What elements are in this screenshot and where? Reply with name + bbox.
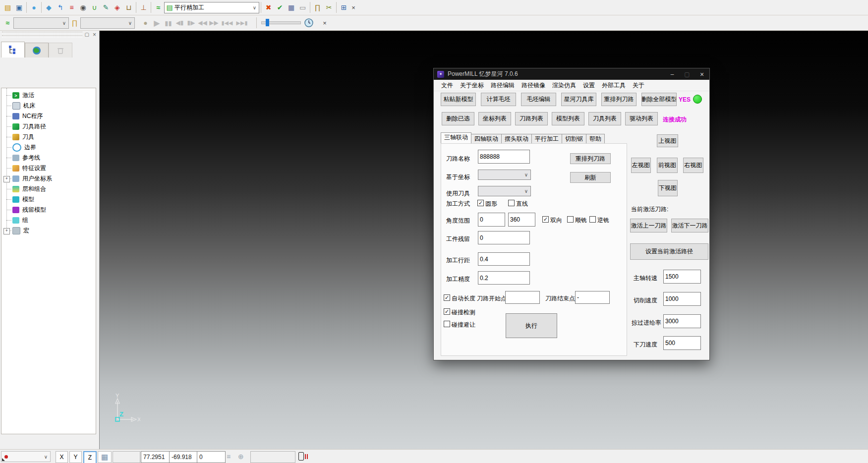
rewind-icon[interactable]: ◀◀ (197, 17, 208, 29)
tool-holder-icon[interactable]: ⊔ (123, 1, 134, 13)
slider-handle[interactable] (266, 19, 269, 26)
paste-new-model-button[interactable]: 粘贴新模型 (441, 93, 476, 106)
axis-y-button[interactable]: Y (69, 451, 82, 463)
cutting-speed-input[interactable] (663, 292, 701, 306)
tolerance-input[interactable] (478, 271, 530, 285)
expand-icon[interactable]: + (3, 176, 10, 182)
expand-icon[interactable]: + (3, 228, 10, 234)
verify-tool-icon[interactable]: ✔ (274, 1, 286, 13)
tab-4axis[interactable]: 四轴联动 (471, 134, 502, 143)
tab-help[interactable]: 帮助 (586, 134, 605, 143)
minimize-button[interactable]: – (665, 68, 680, 80)
stepover-input[interactable] (478, 252, 530, 266)
tree-item-stock-models[interactable]: 残留模型 (1, 205, 96, 215)
refresh-button[interactable]: 刷新 (570, 172, 611, 183)
strategy-dropdown[interactable]: ▤ 平行精加工 ∨ (164, 2, 259, 13)
execute-button[interactable]: 执行 (506, 313, 557, 338)
tool-pair-icon[interactable]: ∏ (312, 1, 323, 13)
view-left-button[interactable]: 左视图 (631, 158, 651, 173)
maximize-button[interactable]: ▢ (680, 68, 694, 80)
rearrange-button[interactable]: 重排列刀路 (570, 153, 611, 164)
tab-world-view[interactable] (25, 43, 49, 58)
play-icon[interactable]: ▶ (151, 17, 163, 29)
coord-list-button[interactable]: 坐标列表 (478, 112, 511, 125)
dialog-titlebar[interactable]: ✦ PowerMILL 忆梦星河 7.0.6 – ▢ × (434, 68, 709, 80)
menu-path-mirror[interactable]: 路径镜像 (518, 81, 549, 90)
model-list-button[interactable]: 模型列表 (552, 112, 584, 125)
tree-item-groups[interactable]: 组 (1, 215, 96, 226)
close-button[interactable]: × (694, 68, 709, 80)
ball-tool-icon[interactable]: ◉ (77, 1, 89, 13)
end-point-input[interactable] (575, 291, 610, 304)
menu-external-tools[interactable]: 外部工具 (598, 81, 629, 90)
skim-rate-input[interactable] (663, 314, 701, 328)
coord-z-input[interactable]: 0 (197, 451, 226, 463)
sim-toolbar-close-icon[interactable]: × (321, 19, 329, 27)
base-coord-select[interactable]: ∨ (478, 170, 531, 180)
drive-list-button[interactable]: 驱动列表 (625, 112, 658, 125)
transform-icon[interactable]: ✂ (323, 1, 335, 13)
menu-coords[interactable]: 关于坐标 (457, 81, 487, 90)
fast-forward-icon[interactable]: ▶▶ (208, 17, 220, 29)
tab-explorer-tree[interactable] (1, 42, 25, 58)
toolpath-list-icon[interactable]: ≡ (66, 1, 77, 13)
tab-swivel-head[interactable]: 摆头联动 (501, 134, 532, 143)
tree-item-levels[interactable]: 层和组合 (1, 184, 96, 194)
delete-selected-button[interactable]: 删除已选 (442, 112, 474, 125)
angle-from-input[interactable] (478, 213, 505, 227)
tree-item-machine[interactable]: 机床 (1, 101, 96, 111)
go-start-icon[interactable]: ▮◀◀ (220, 17, 234, 29)
go-end-icon[interactable]: ▶▶▮ (234, 17, 249, 29)
tool-library-button[interactable]: 星河刀具库 (561, 93, 596, 106)
plunge-rate-input[interactable] (663, 336, 701, 350)
toolpath-list-button[interactable]: 刀路列表 (515, 112, 548, 125)
view-front-button[interactable]: 前视图 (657, 158, 678, 173)
measure-input[interactable] (250, 451, 295, 463)
open-file-icon[interactable]: ▤ (2, 1, 13, 13)
tree-item-models[interactable]: 模型 (1, 194, 96, 205)
axis-x-button[interactable]: X (56, 451, 68, 463)
grid-toggle-button[interactable]: ▦ (98, 451, 112, 463)
make-block-icon[interactable]: ◆ (43, 1, 55, 13)
view-bottom-button[interactable]: 下视图 (658, 180, 678, 196)
sim-tool-dropdown[interactable]: ∨ (80, 17, 135, 29)
menu-file[interactable]: 文件 (438, 81, 457, 90)
pause-icon[interactable]: ▮▮ (163, 17, 174, 29)
tab-parallel[interactable]: 平行加工 (531, 134, 562, 143)
probe-icon[interactable]: ⊕ (238, 453, 244, 461)
circular-checkbox[interactable] (477, 200, 484, 206)
menu-render-sim[interactable]: 渲染仿真 (549, 81, 579, 90)
panel-grip[interactable] (2, 35, 82, 38)
point-selector[interactable]: ∨ (1, 451, 51, 462)
collision-check-icon[interactable]: ✖ (263, 1, 274, 13)
view-top-button[interactable]: 上视图 (657, 134, 678, 147)
activate-next-button[interactable]: 激活下一刀路 (671, 219, 708, 232)
collision-avoid-checkbox[interactable] (444, 321, 450, 327)
angle-to-input[interactable] (508, 213, 535, 227)
linear-checkbox[interactable] (508, 200, 515, 206)
menu-settings[interactable]: 设置 (579, 81, 598, 90)
activate-prev-button[interactable]: 激活上一刀路 (630, 219, 667, 232)
panel-float-icon[interactable]: ▢ (85, 32, 89, 37)
tree-item-toolpaths[interactable]: 刀具路径 (1, 121, 96, 132)
step-forward-icon[interactable]: ▮▶ (185, 17, 197, 29)
stock-allowance-input[interactable] (478, 231, 530, 244)
sim-toolpath-dropdown[interactable]: ∨ (13, 17, 69, 29)
use-tool-select[interactable]: ∨ (478, 186, 531, 196)
climb-checkbox[interactable] (567, 216, 574, 223)
xyz-list-icon[interactable]: ≡ (227, 453, 231, 461)
compare-blocks-icon[interactable]: ⊞ (338, 1, 349, 13)
tree-item-boundaries[interactable]: 边界 (1, 142, 96, 153)
menu-path-edit[interactable]: 路径编辑 (487, 81, 518, 90)
set-active-path-button[interactable]: 设置当前激活路径 (630, 243, 708, 260)
tree-item-tools[interactable]: 刀具 (1, 132, 96, 142)
print-pot-icon[interactable]: ● (28, 1, 40, 13)
coord-x-input[interactable]: 77.2951 (141, 451, 170, 463)
tree-item-workplanes[interactable]: + 用户坐标系 (1, 174, 96, 184)
tree-item-macros[interactable]: + 宏 (1, 226, 96, 236)
rearrange-toolpaths-button[interactable]: 重排列刀路 (601, 93, 637, 106)
speed-slider[interactable] (261, 21, 301, 24)
auto-length-checkbox[interactable] (444, 294, 450, 301)
tool-list-button[interactable]: 刀具列表 (588, 112, 621, 125)
calculator-icon[interactable]: ▦ (286, 1, 297, 13)
